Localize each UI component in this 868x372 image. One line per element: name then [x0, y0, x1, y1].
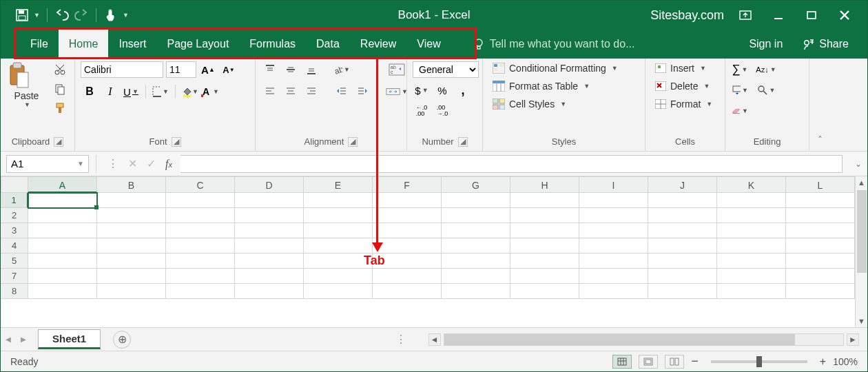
zoom-in-icon[interactable]: +: [820, 355, 826, 368]
row-header-7[interactable]: 7: [1, 269, 28, 284]
tab-home[interactable]: Home: [59, 30, 109, 59]
col-header-D[interactable]: D: [235, 176, 304, 193]
cell-H3[interactable]: [510, 223, 579, 238]
cell-A3[interactable]: [28, 223, 97, 238]
cell-E2[interactable]: [304, 208, 373, 223]
align-right-icon[interactable]: [302, 83, 320, 100]
col-header-G[interactable]: G: [442, 176, 510, 193]
cell-K5[interactable]: [717, 254, 786, 269]
row-header-3[interactable]: 3: [1, 223, 28, 238]
page-layout-view-icon[interactable]: [639, 355, 658, 369]
cell-C8[interactable]: [166, 284, 235, 299]
cell-I8[interactable]: [579, 284, 648, 299]
tab-review[interactable]: Review: [350, 30, 406, 59]
touch-mode-icon[interactable]: [103, 8, 118, 23]
zoom-out-icon[interactable]: −: [691, 354, 699, 369]
cell-J7[interactable]: [648, 269, 717, 284]
scroll-right-icon[interactable]: ►: [847, 333, 859, 346]
col-header-C[interactable]: C: [166, 176, 235, 193]
cell-K2[interactable]: [717, 208, 786, 223]
bold-button[interactable]: B: [81, 83, 99, 100]
cell-A4[interactable]: [28, 238, 97, 254]
cell-L1[interactable]: [786, 193, 855, 208]
row-header-1[interactable]: 1: [1, 193, 28, 208]
cell-F4[interactable]: [373, 238, 442, 254]
cell-G5[interactable]: [442, 254, 510, 269]
hscroll-thumb[interactable]: [444, 334, 796, 345]
col-header-F[interactable]: F: [373, 176, 442, 193]
font-dialog-launcher[interactable]: ◢: [172, 137, 181, 147]
cell-K8[interactable]: [717, 284, 786, 299]
cell-styles-button[interactable]: Cell Styles▼: [488, 97, 570, 111]
cell-A5[interactable]: [28, 254, 97, 269]
cell-E4[interactable]: [304, 238, 373, 254]
conditional-formatting-button[interactable]: Conditional Formatting▼: [488, 61, 622, 75]
cell-C5[interactable]: [166, 254, 235, 269]
cell-C3[interactable]: [166, 223, 235, 238]
delete-cells-button[interactable]: Delete▼: [651, 79, 714, 93]
undo-icon[interactable]: [54, 8, 70, 23]
close-icon[interactable]: [833, 5, 856, 25]
cell-J2[interactable]: [648, 208, 717, 223]
cell-A7[interactable]: [28, 269, 97, 284]
scroll-down-icon[interactable]: ▼: [856, 315, 867, 327]
share-button[interactable]: Share: [796, 34, 855, 54]
cell-F1[interactable]: [373, 193, 442, 208]
col-header-K[interactable]: K: [717, 176, 786, 193]
row-header-4[interactable]: 4: [1, 238, 28, 254]
decrease-font-icon[interactable]: A▼: [220, 61, 238, 78]
cell-B2[interactable]: [97, 208, 166, 223]
align-center-icon[interactable]: [282, 83, 300, 100]
cell-D3[interactable]: [235, 223, 304, 238]
insert-function-icon[interactable]: fx: [165, 158, 172, 170]
insert-cells-button[interactable]: Insert▼: [651, 61, 710, 75]
cell-L4[interactable]: [786, 238, 855, 254]
cell-C7[interactable]: [166, 269, 235, 284]
qat-dropdown-icon[interactable]: ▼: [34, 12, 40, 19]
redo-icon[interactable]: [74, 8, 89, 23]
sign-in-link[interactable]: Sign in: [749, 38, 783, 50]
cell-J3[interactable]: [648, 223, 717, 238]
normal-view-icon[interactable]: [612, 355, 632, 369]
cell-G2[interactable]: [442, 208, 510, 223]
tab-formulas[interactable]: Formulas: [239, 30, 306, 59]
touch-dropdown-icon[interactable]: ▼: [123, 12, 129, 19]
font-color-icon[interactable]: A▼: [202, 83, 220, 100]
tab-page-layout[interactable]: Page Layout: [156, 30, 239, 59]
cell-H4[interactable]: [510, 238, 579, 254]
cell-A8[interactable]: [28, 284, 97, 299]
cell-H1[interactable]: [510, 193, 579, 208]
cell-F8[interactable]: [373, 284, 442, 299]
align-middle-icon[interactable]: [282, 61, 300, 78]
col-header-E[interactable]: E: [304, 176, 373, 193]
sort-filter-icon[interactable]: AZ↓▼: [752, 61, 781, 78]
col-header-I[interactable]: I: [579, 176, 648, 193]
font-size-input[interactable]: [166, 61, 196, 78]
cell-L5[interactable]: [786, 254, 855, 269]
italic-button[interactable]: I: [101, 83, 119, 100]
cell-L7[interactable]: [786, 269, 855, 284]
row-header-8[interactable]: 8: [1, 284, 28, 299]
fill-color-icon[interactable]: ▼: [181, 83, 199, 100]
col-header-A[interactable]: A: [28, 176, 97, 193]
copy-icon[interactable]: [51, 81, 69, 97]
cell-G4[interactable]: [442, 238, 510, 254]
orientation-icon[interactable]: ab▼: [333, 61, 351, 78]
cell-J4[interactable]: [648, 238, 717, 254]
cell-A1[interactable]: [28, 193, 97, 208]
increase-decimal-icon[interactable]: ←.0 .00: [413, 103, 431, 119]
cell-E1[interactable]: [304, 193, 373, 208]
number-dialog-launcher[interactable]: ◢: [458, 137, 468, 147]
cell-I1[interactable]: [579, 193, 648, 208]
cell-K4[interactable]: [717, 238, 786, 254]
cell-H7[interactable]: [510, 269, 579, 284]
sheet-nav-prev-icon[interactable]: ◄: [1, 334, 16, 344]
cell-E5[interactable]: [304, 254, 373, 269]
cell-J8[interactable]: [648, 284, 717, 299]
cell-B8[interactable]: [97, 284, 166, 299]
col-header-J[interactable]: J: [648, 176, 717, 193]
page-break-view-icon[interactable]: [665, 355, 684, 369]
sheet-nav-next-icon[interactable]: ►: [16, 334, 31, 344]
cell-A2[interactable]: [28, 208, 97, 223]
align-top-icon[interactable]: [261, 61, 279, 78]
